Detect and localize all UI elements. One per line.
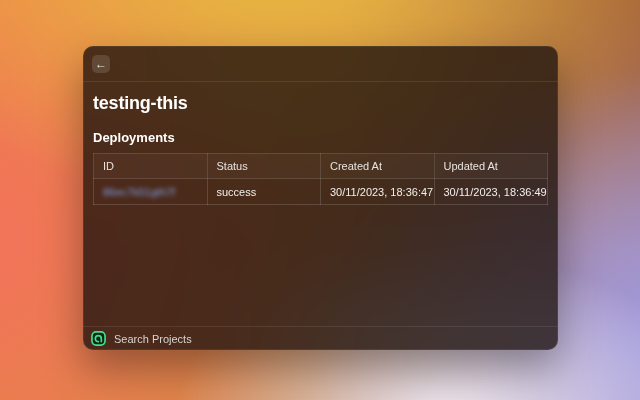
main-content: testing-this Deployments ID Status Creat… [83, 82, 558, 326]
page-title: testing-this [93, 93, 548, 114]
cell-deployment-id: 86ec7k51gth7f [94, 179, 208, 205]
deployments-table: ID Status Created At Updated At 86ec7k51… [93, 153, 548, 205]
deployment-id-link[interactable]: 86ec7k51gth7f [103, 186, 175, 198]
back-button[interactable]: ← [92, 55, 110, 73]
table-header-row: ID Status Created At Updated At [94, 154, 548, 179]
green-app-icon [91, 331, 106, 346]
nav-bar: ← [83, 46, 558, 82]
column-header-id: ID [94, 154, 208, 179]
footer-command-label[interactable]: Search Projects [114, 333, 192, 345]
deployments-heading: Deployments [93, 130, 548, 145]
footer-bar: Search Projects [83, 326, 558, 350]
desktop-background: ← testing-this Deployments ID Status Cre… [0, 0, 640, 400]
column-header-status: Status [207, 154, 321, 179]
cell-updated-at: 30/11/2023, 18:36:49 [434, 179, 548, 205]
column-header-created-at: Created At [321, 154, 435, 179]
cell-created-at: 30/11/2023, 18:36:47 [321, 179, 435, 205]
back-arrow-icon: ← [95, 58, 107, 70]
cell-status: success [207, 179, 321, 205]
app-window: ← testing-this Deployments ID Status Cre… [83, 46, 558, 350]
table-row: 86ec7k51gth7f success 30/11/2023, 18:36:… [94, 179, 548, 205]
column-header-updated-at: Updated At [434, 154, 548, 179]
